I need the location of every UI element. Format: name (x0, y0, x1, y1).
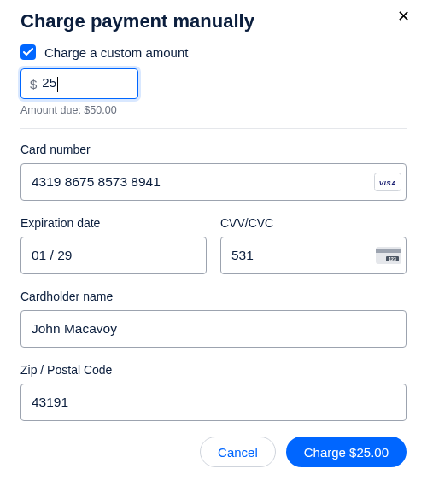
expiration-label: Expiration date (20, 216, 207, 230)
cardholder-name-label: Cardholder name (20, 290, 407, 303)
cvc-hint-icon: 123 (376, 247, 401, 264)
svg-rect-3 (376, 249, 401, 253)
amount-due-text: Amount due: $50.00 (20, 104, 407, 116)
visa-icon: VISA (374, 173, 401, 191)
cardholder-name-input[interactable] (20, 310, 407, 348)
custom-amount-input[interactable]: 25 (42, 75, 129, 91)
currency-symbol: $ (30, 77, 37, 91)
custom-amount-checkbox[interactable] (20, 44, 36, 60)
divider (20, 128, 407, 129)
svg-text:123: 123 (389, 256, 396, 261)
dialog-title: Charge payment manually (20, 10, 254, 32)
cancel-button[interactable]: Cancel (200, 437, 276, 467)
cvv-label: CVV/CVC (220, 216, 407, 230)
zip-label: Zip / Postal Code (20, 363, 407, 377)
check-icon (23, 48, 33, 56)
custom-amount-input-wrap[interactable]: $ 25 (20, 68, 138, 99)
card-number-input[interactable] (20, 163, 407, 201)
svg-text:VISA: VISA (379, 179, 397, 187)
custom-amount-label: Charge a custom amount (44, 45, 188, 60)
expiration-input[interactable] (20, 237, 207, 274)
card-number-label: Card number (20, 143, 407, 156)
close-icon[interactable]: ✕ (395, 7, 412, 26)
charge-button[interactable]: Charge $25.00 (286, 437, 407, 467)
zip-input[interactable] (20, 384, 407, 421)
